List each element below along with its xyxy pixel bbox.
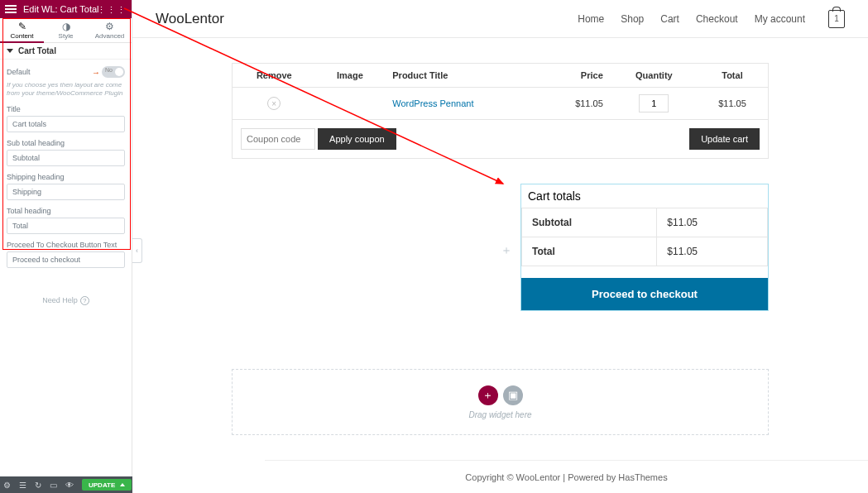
remove-item-button[interactable]: ×: [267, 97, 281, 110]
subtotal-field-label: Sub total heading: [7, 139, 125, 147]
apply-coupon-button[interactable]: Apply coupon: [318, 128, 396, 150]
col-remove: Remove: [233, 64, 316, 88]
drop-zone[interactable]: ＋ ▣ Drag widget here: [232, 369, 769, 435]
nav-cart[interactable]: Cart: [660, 13, 679, 25]
checkout-field-label: Proceed To Checkout Button Text: [7, 241, 125, 249]
update-cart-button[interactable]: Update cart: [689, 128, 760, 150]
subtotal-field-input[interactable]: [7, 150, 125, 166]
add-widget-icon[interactable]: ＋: [478, 385, 498, 405]
pencil-icon: ✎: [18, 22, 26, 31]
page-content: Remove Image Product Title Price Quantit…: [132, 38, 868, 328]
shipping-field-input[interactable]: [7, 184, 125, 200]
subtotal-value: $11.05: [657, 208, 768, 237]
editor-sidebar: Edit WL: Cart Total ⋮⋮⋮ ✎Content ◑Style …: [0, 0, 132, 493]
col-image: Image: [316, 64, 385, 88]
product-link[interactable]: WordPress Pennant: [392, 98, 473, 108]
table-actions: Apply coupon Update cart: [233, 120, 769, 159]
col-title: Product Title: [384, 64, 540, 88]
nav-shop[interactable]: Shop: [621, 13, 644, 25]
store-footer: Copyright © WooLentor | Powered by HasTh…: [265, 460, 868, 493]
total-field-label: Total heading: [7, 207, 125, 215]
update-button[interactable]: UPDATE: [82, 479, 132, 491]
collapse-handle[interactable]: ‹: [132, 238, 142, 263]
cart-table: Remove Image Product Title Price Quantit…: [232, 63, 769, 159]
store-nav: Home Shop Cart Checkout My account 1: [578, 10, 845, 28]
revisions-icon[interactable]: ☰: [19, 481, 26, 490]
total-label: Total: [522, 237, 657, 266]
style-icon: ◑: [62, 22, 70, 31]
shipping-field-label: Shipping heading: [7, 173, 125, 181]
store-logo: WooLentor: [156, 11, 224, 27]
coupon-input[interactable]: [241, 128, 315, 150]
menu-icon[interactable]: [5, 5, 17, 13]
settings-icon[interactable]: ⚙: [3, 481, 11, 490]
sidebar-tabs: ✎Content ◑Style ⚙Advanced: [0, 18, 132, 43]
add-section-icon[interactable]: ＋: [501, 243, 512, 258]
panel-body: Default → No If you choose yes then layo…: [0, 60, 132, 312]
proceed-checkout-button[interactable]: Proceed to checkout: [521, 278, 768, 310]
store-header: WooLentor Home Shop Cart Checkout My acc…: [132, 0, 868, 38]
responsive-icon[interactable]: ▭: [50, 481, 57, 490]
help-icon: ?: [80, 296, 89, 305]
need-help[interactable]: Need Help?: [7, 296, 125, 305]
cart-totals-widget: Cart totals Subtotal$11.05 Total$11.05 P…: [520, 184, 769, 311]
drop-zone-text: Drag widget here: [468, 410, 531, 419]
price-cell: $11.05: [540, 88, 611, 120]
checkout-field-input[interactable]: [7, 251, 125, 268]
qty-input[interactable]: [639, 94, 669, 112]
col-price: Price: [540, 64, 611, 88]
title-field-input[interactable]: [7, 116, 125, 132]
arrow-right-icon: →: [92, 68, 100, 77]
total-value: $11.05: [657, 237, 768, 266]
subtotal-label: Subtotal: [522, 208, 657, 237]
row-total-cell: $11.05: [697, 88, 769, 120]
product-image-cell: [316, 88, 385, 120]
gear-icon: ⚙: [105, 22, 114, 31]
folder-icon[interactable]: ▣: [503, 385, 523, 405]
title-field-label: Title: [7, 105, 125, 113]
totals-title: Cart totals: [521, 184, 768, 208]
caret-up-icon: [120, 483, 125, 486]
preview-icon[interactable]: 👁: [65, 481, 74, 490]
tab-style[interactable]: ◑Style: [44, 18, 88, 42]
sidebar-footer: ⚙ ☰ ↻ ▭ 👁 UPDATE: [0, 476, 132, 493]
default-toggle[interactable]: No: [102, 66, 125, 78]
cart-bag-icon[interactable]: 1: [828, 10, 845, 28]
table-row: × WordPress Pennant $11.05 $11.05: [233, 88, 769, 120]
totals-table: Subtotal$11.05 Total$11.05: [521, 208, 768, 266]
apps-icon[interactable]: ⋮⋮⋮: [97, 5, 127, 16]
total-field-input[interactable]: [7, 218, 125, 234]
sidebar-header: Edit WL: Cart Total ⋮⋮⋮: [0, 0, 132, 18]
tab-content[interactable]: ✎Content: [0, 18, 44, 42]
col-qty: Quantity: [611, 64, 697, 88]
nav-home[interactable]: Home: [578, 13, 604, 25]
nav-account[interactable]: My account: [755, 13, 805, 25]
preview-canvas: WooLentor Home Shop Cart Checkout My acc…: [132, 0, 868, 493]
tab-advanced[interactable]: ⚙Advanced: [88, 18, 132, 42]
history-icon[interactable]: ↻: [35, 481, 41, 490]
hint-text: If you choose yes then layout are come f…: [7, 81, 125, 98]
col-total: Total: [697, 64, 769, 88]
caret-down-icon: [7, 49, 13, 53]
panel-header[interactable]: Cart Total: [0, 43, 132, 60]
nav-checkout[interactable]: Checkout: [696, 13, 738, 25]
sidebar-title: Edit WL: Cart Total: [23, 4, 99, 14]
default-label: Default: [7, 68, 31, 76]
